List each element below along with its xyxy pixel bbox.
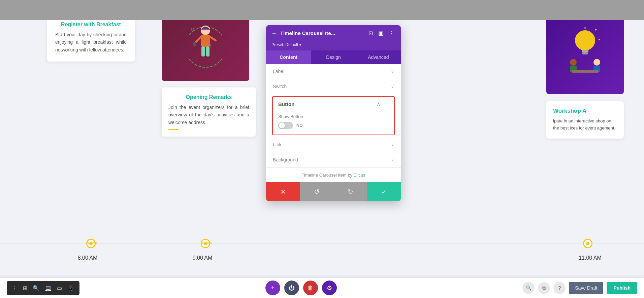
toolbar-desktop-icon[interactable]: 💻 — [43, 284, 53, 293]
opening-figure: " " — [162, 13, 249, 81]
workshop-text: ipate in an interactive shop on the best… — [553, 118, 617, 132]
delete-button[interactable]: 🗑 — [303, 281, 318, 295]
toolbar-tablet-icon[interactable]: ▭ — [56, 284, 63, 293]
card-opening-image: " " — [162, 13, 249, 81]
toolbar-more-icon[interactable]: ⋮ — [11, 284, 19, 293]
section-background-arrow: ∨ — [391, 157, 394, 162]
toggle-track — [278, 122, 293, 129]
panel-tabs: Content Design Advanced — [266, 50, 401, 64]
panel-preset-label: Preset: Default — [271, 42, 298, 47]
toolbar-help-btn[interactable]: ? — [553, 282, 566, 294]
toolbar-mobile-icon[interactable]: 📱 — [66, 284, 75, 293]
yellow-accent-2 — [201, 243, 212, 244]
panel-save-button[interactable]: ✓ — [367, 182, 401, 201]
power-button[interactable]: ⏻ — [284, 281, 299, 295]
section-button-content: Show Button NO — [273, 111, 394, 135]
settings-button[interactable]: ⚙ — [322, 281, 337, 295]
panel-expand-icon[interactable]: ⊡ — [367, 29, 374, 37]
footer-plugin-name: Timeline Carousel Item — [302, 173, 347, 178]
layers-icon: ⧉ — [542, 285, 546, 291]
section-button-title: Button — [278, 101, 294, 107]
panel-title: Timeline Carousel Ite... — [280, 30, 364, 36]
toolbar-search-btn[interactable]: 🔍 — [522, 282, 535, 294]
toolbar-layers-btn[interactable]: ⧉ — [538, 282, 550, 294]
panel-action-bar: ✕ ↺ ↻ ✓ — [266, 182, 401, 201]
card-workshop: Workshop A ipate in an interactive shop … — [546, 101, 624, 139]
panel-redo-button[interactable]: ↻ — [333, 182, 367, 201]
card-register-title: Register with Breakfast — [55, 22, 127, 28]
workshop-figure-svg — [555, 27, 615, 81]
timeline-time-1: 8:00 AM — [74, 255, 101, 261]
settings-icon: ⚙ — [327, 284, 332, 292]
publish-button[interactable]: Publish — [607, 282, 637, 294]
section-button-wrapper: Button ∧ ⋮ Show Button — [269, 96, 397, 135]
footer-author-link[interactable]: Elicus — [354, 173, 365, 178]
panel-more-icon[interactable]: ⋮ — [387, 29, 395, 37]
panel-undo-button[interactable]: ↺ — [300, 182, 333, 201]
section-label-title: Label — [273, 69, 284, 74]
panel-body: Label ∨ Switch ∨ Button ∧ — [266, 64, 401, 182]
timeline-dot-1 — [86, 239, 96, 248]
svg-rect-5 — [201, 46, 205, 57]
svg-point-16 — [570, 59, 577, 66]
redo-icon: ↻ — [348, 188, 353, 196]
section-label-header[interactable]: Label ∨ — [266, 64, 401, 79]
section-switch-arrow: ∨ — [391, 84, 394, 89]
section-link-title: Link — [273, 142, 282, 147]
section-link-header[interactable]: Link ∨ — [266, 137, 401, 152]
toggle-no-label: NO — [296, 123, 303, 128]
canvas-area: Register with Breakfast Start your day b… — [0, 0, 644, 298]
svg-point-18 — [593, 59, 600, 66]
tab-advanced[interactable]: Advanced — [356, 50, 401, 64]
toolbar-grid-icon[interactable]: ⊞ — [22, 284, 29, 293]
tab-content[interactable]: Content — [266, 50, 311, 64]
svg-point-10 — [575, 30, 595, 50]
yellow-accent-1 — [87, 243, 97, 244]
section-label: Label ∨ — [266, 64, 401, 79]
section-link: Link ∨ — [266, 137, 401, 152]
tab-design[interactable]: Design — [311, 50, 356, 64]
panel-overlay: ← Timeline Carousel Ite... ⊡ ▣ ⋮ Preset:… — [266, 25, 401, 201]
figure-svg: " " — [189, 20, 222, 74]
add-button[interactable]: + — [265, 281, 280, 295]
show-button-toggle[interactable] — [278, 122, 293, 129]
panel-back-button[interactable]: ← — [271, 30, 277, 36]
svg-rect-12 — [582, 52, 588, 54]
svg-line-14 — [595, 29, 597, 30]
section-button-header[interactable]: Button ∧ ⋮ — [273, 97, 394, 111]
undo-icon: ↺ — [314, 188, 320, 196]
card-register-text: Start your day by checking in and enjoyi… — [55, 31, 127, 53]
show-button-label: Show Button — [278, 114, 389, 119]
delete-icon: 🗑 — [308, 285, 314, 292]
section-background-header[interactable]: Background ∨ — [266, 152, 401, 167]
workshop-image — [546, 13, 624, 94]
panel-layout-icon[interactable]: ▣ — [377, 29, 385, 37]
svg-rect-20 — [572, 70, 599, 73]
toggle-row: NO — [278, 122, 389, 129]
workshop-title: Workshop A — [553, 108, 617, 114]
section-background-title: Background — [273, 157, 298, 162]
save-draft-button[interactable]: Save Draft — [569, 282, 603, 294]
toolbar-right: 🔍 ⧉ ? Save Draft Publish — [522, 282, 637, 294]
toolbar-search-icon[interactable]: 🔍 — [31, 284, 41, 293]
panel-header-icons: ⊡ ▣ ⋮ — [367, 29, 395, 37]
svg-text:": " — [190, 25, 195, 40]
section-switch-header[interactable]: Switch ∨ — [266, 79, 401, 94]
section-button-more-icon[interactable]: ⋮ — [383, 101, 389, 107]
bottom-toolbar: ⋮ ⊞ 🔍 💻 ▭ 📱 + ⏻ 🗑 ⚙ 🔍 ⧉ ? Save Draft Pub… — [0, 278, 644, 298]
timeline-line — [0, 244, 644, 244]
section-button-expanded: Button ∧ ⋮ Show Button — [272, 96, 395, 135]
panel-preset-row[interactable]: Preset: Default ▾ — [266, 41, 401, 50]
section-switch-title: Switch — [273, 84, 287, 89]
save-icon: ✓ — [381, 188, 387, 196]
panel-footer: Timeline Carousel Item by Elicus — [266, 167, 401, 182]
panel-discard-button[interactable]: ✕ — [266, 182, 300, 201]
card-opening-text: Join the event organizers for a brief ov… — [168, 104, 249, 126]
section-background: Background ∨ — [266, 152, 401, 167]
section-button-icons: ∧ ⋮ — [377, 101, 389, 107]
section-button-up-icon[interactable]: ∧ — [377, 101, 381, 107]
card-opening-title: Opening Remarks — [168, 94, 249, 100]
power-icon: ⏻ — [289, 285, 295, 292]
toolbar-center: + ⏻ 🗑 ⚙ — [265, 281, 337, 295]
timeline-dot-2 — [201, 239, 210, 248]
